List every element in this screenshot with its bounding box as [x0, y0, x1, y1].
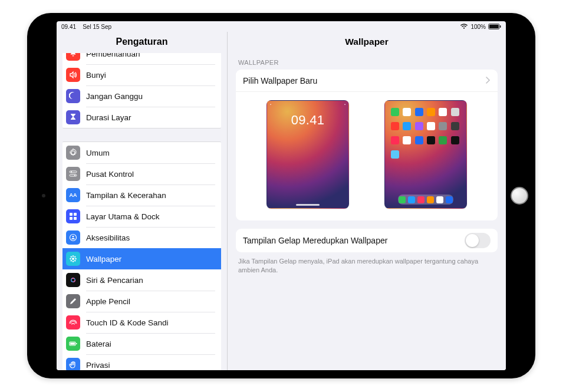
settings-sidebar: Pengaturan PemberitahuanBunyiJangan Gang…: [57, 32, 228, 370]
sidebar-item-touchid[interactable]: Touch ID & Kode Sandi: [62, 312, 221, 333]
homescreen-app-icon: [415, 108, 423, 116]
homescreen-app-icon: [427, 108, 435, 116]
dock-app-icon: [417, 196, 424, 203]
svg-rect-9: [74, 213, 77, 216]
svg-point-14: [72, 258, 74, 260]
switches-icon: [66, 167, 80, 181]
camera-dot: [42, 194, 45, 197]
choose-new-wallpaper-row[interactable]: Pilih Wallpaper Baru: [236, 70, 498, 92]
siri-icon: [66, 273, 80, 287]
sidebar-item-label: Durasi Layar: [86, 113, 131, 122]
homescreen-app-icon: [415, 122, 423, 130]
sidebar-item-controlcenter[interactable]: Pusat Kontrol: [62, 163, 221, 185]
dim-card: Tampilan Gelap Meredupkan Wallpaper: [236, 229, 498, 252]
sidebar-item-label: Apple Pencil: [86, 297, 130, 306]
svg-rect-28: [70, 342, 75, 345]
choose-new-wallpaper-label: Pilih Wallpaper Baru: [243, 76, 486, 85]
svg-rect-8: [70, 213, 73, 216]
dock-app-icon: [436, 196, 443, 203]
detail-pane: Wallpaper WALLPAPER Pilih Wallpaper Baru: [228, 32, 506, 370]
sidebar-item-display[interactable]: AATampilan & Kecerahan: [62, 185, 221, 206]
sidebar-item-label: Touch ID & Kode Sandi: [86, 318, 169, 327]
sidebar-item-label: Tampilan & Kecerahan: [86, 191, 166, 200]
wifi-icon: [460, 24, 468, 29]
sidebar-item-label: Jangan Ganggu: [86, 92, 143, 101]
hourglass-icon: [66, 110, 80, 124]
homescreen-app-icon: [439, 108, 447, 116]
sidebar-item-label: Bunyi: [86, 71, 106, 80]
dock-app-icon: [399, 196, 406, 203]
hand-icon: [66, 358, 80, 370]
status-date: Sel 15 Sep: [83, 24, 111, 30]
svg-rect-3: [70, 171, 77, 173]
homescreen-app-icon: [403, 136, 411, 144]
lockscreen-preview[interactable]: •• 09.41: [266, 100, 349, 209]
sidebar-item-label: Pemberitahuan: [86, 53, 140, 58]
sidebar-item-privacy[interactable]: Privasi: [62, 354, 221, 370]
sidebar-item-wallpaper[interactable]: Wallpaper: [62, 248, 221, 269]
homescreen-app-icon: [403, 108, 411, 116]
homescreen-app-icon: [427, 136, 435, 144]
sidebar-group-1: PemberitahuanBunyiJangan GangguDurasi La…: [62, 53, 221, 129]
sidebar-item-label: Umum: [86, 149, 110, 157]
sidebar-item-accessibility[interactable]: Aksesibilitas: [62, 227, 221, 248]
homescreen-dock: [398, 195, 453, 205]
status-time: 09.41 Sel 15 Sep: [61, 24, 111, 30]
aa-icon: AA: [66, 188, 80, 202]
status-bar: 09.41 Sel 15 Sep 100%: [57, 21, 506, 32]
svg-point-15: [73, 255, 74, 257]
sidebar-item-homescreen[interactable]: Layar Utama & Dock: [62, 206, 221, 227]
sidebar-item-label: Privasi: [86, 361, 110, 370]
sidebar-item-dnd[interactable]: Jangan Ganggu: [62, 85, 221, 107]
battery-icon: [488, 24, 501, 29]
wallpaper-previews: •• 09.41: [236, 92, 498, 220]
sidebar-item-siri[interactable]: Siri & Pencarian: [62, 269, 221, 291]
sidebar-item-pencil[interactable]: Apple Pencil: [62, 291, 221, 312]
homescreen-preview[interactable]: [384, 100, 467, 209]
sidebar-item-label: Pusat Kontrol: [86, 170, 134, 179]
svg-point-19: [71, 256, 72, 258]
svg-rect-5: [70, 174, 77, 176]
svg-rect-2: [500, 25, 501, 28]
svg-text:AA: AA: [70, 192, 77, 198]
battery-icon: [66, 337, 80, 351]
dock-app-icon: [446, 196, 453, 203]
homescreen-app-icon: [391, 150, 399, 159]
svg-rect-27: [76, 343, 77, 344]
home-button[interactable]: [511, 187, 528, 205]
status-clock: 09.41: [61, 24, 76, 30]
svg-point-13: [73, 236, 74, 238]
sidebar-item-battery[interactable]: Baterai: [62, 333, 221, 354]
flower-icon: [66, 252, 80, 266]
sidebar-group-2: UmumPusat KontrolAATampilan & KecerahanL…: [62, 141, 221, 370]
grid-icon: [66, 209, 80, 223]
lockscreen-handle: [296, 204, 320, 206]
svg-point-18: [75, 258, 77, 260]
lockscreen-date: [267, 108, 348, 111]
sidebar-item-sounds[interactable]: Bunyi: [62, 64, 221, 85]
dim-footer-note: Jika Tampilan Gelap menyala, iPad akan m…: [238, 257, 495, 275]
homescreen-app-icon: [403, 122, 411, 130]
ipad-frame: 09.41 Sel 15 Sep 100% Pengaturan: [27, 13, 535, 378]
svg-point-4: [71, 171, 72, 172]
svg-point-16: [73, 261, 74, 262]
dim-wallpaper-toggle[interactable]: [465, 233, 491, 248]
sidebar-item-notifications[interactable]: Pemberitahuan: [62, 53, 221, 64]
svg-point-6: [74, 174, 75, 176]
battery-percent: 100%: [470, 24, 486, 30]
sidebar-item-general[interactable]: Umum: [62, 142, 221, 163]
homescreen-app-icon: [439, 122, 447, 130]
screen: 09.41 Sel 15 Sep 100% Pengaturan: [57, 21, 506, 370]
svg-rect-11: [74, 217, 77, 220]
fingerprint-icon: [66, 315, 80, 330]
volume-icon: [66, 68, 80, 82]
bell-icon: [66, 53, 80, 61]
sidebar-item-label: Layar Utama & Dock: [86, 212, 160, 221]
sidebar-item-label: Wallpaper: [86, 255, 121, 263]
svg-rect-1: [489, 25, 499, 29]
sidebar-item-label: Siri & Pencarian: [86, 276, 143, 285]
sidebar-item-screentime[interactable]: Durasi Layar: [62, 107, 221, 128]
dock-app-icon: [408, 196, 415, 203]
sidebar-item-label: Aksesibilitas: [86, 233, 130, 242]
svg-point-23: [70, 276, 77, 284]
